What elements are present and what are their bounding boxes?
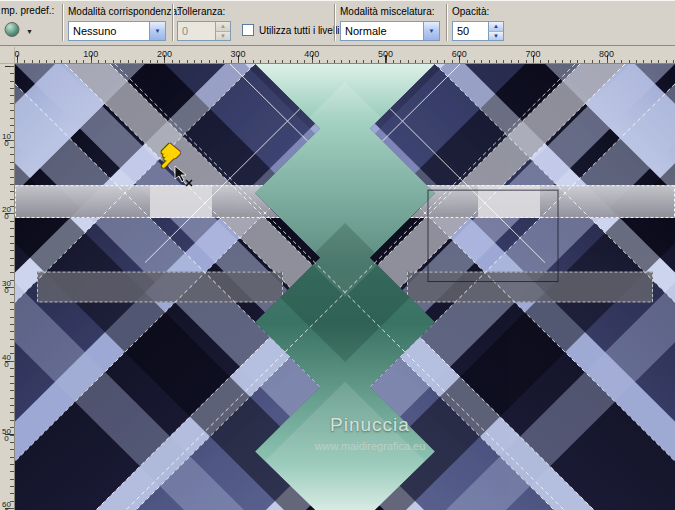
v-ruler-label: 600 [1,501,12,510]
v-ruler-label: 300 [1,280,12,294]
watermark-title: Pinuccia [270,414,470,436]
preset-icon [4,21,22,42]
v-ruler[interactable]: 100200300400500600 [0,64,15,510]
tolerance-spinner: ▲ ▼ [215,22,230,40]
opacity-spinner[interactable]: ▲ ▼ [488,22,503,40]
tool-options-toolbar: mp. predef.: ▼ Modalità corrispondenza: … [0,0,675,46]
h-ruler-label: 800 [599,49,614,59]
toolbar-divider [62,4,64,41]
image-canvas[interactable]: Pinuccia www.maidiregrafica.eu [15,64,675,510]
tolerance-label: Tolleranza: [177,6,225,17]
h-ruler-label: 0 [14,49,19,59]
opacity-label: Opacità: [452,6,489,17]
match-mode-select[interactable]: Nessuno ▼ [68,21,166,41]
crosshair-cursor-icon [173,166,195,188]
h-ruler-label: 400 [304,49,319,59]
preset-dropdown[interactable]: ▼ [2,19,44,43]
blend-mode-value: Normale [345,25,387,37]
h-ruler-label: 100 [83,49,98,59]
v-ruler-label: 400 [1,354,12,368]
app-window: mp. predef.: ▼ Modalità corrispondenza: … [0,0,675,510]
use-all-layers-label: Utilizza tutti i livelli [259,25,340,36]
chevron-down-icon[interactable]: ▼ [149,22,165,40]
preset-label: mp. predef.: [1,5,54,16]
blend-mode-select[interactable]: Normale ▼ [340,21,440,41]
v-ruler-label: 500 [1,428,12,442]
opacity-value: 50 [457,25,469,37]
opacity-input[interactable]: 50 ▲ ▼ [452,21,504,41]
toolbar-divider [172,4,174,41]
chevron-down-icon: ▼ [26,28,33,35]
h-ruler[interactable]: 0100200300400500600700800 [15,47,675,64]
toolbar-divider [334,4,336,41]
match-mode-value: Nessuno [73,25,116,37]
chevron-down-icon[interactable]: ▼ [423,22,439,40]
toolbar-divider [446,4,448,41]
spin-up-icon[interactable]: ▲ [488,22,503,31]
h-ruler-label: 300 [231,49,246,59]
blend-mode-label: Modalità miscelatura: [340,6,434,17]
match-mode-label: Modalità corrispondenza: [68,6,180,17]
h-ruler-label: 700 [525,49,540,59]
v-ruler-label: 100 [1,133,12,147]
tolerance-value: 0 [182,25,188,37]
tolerance-input: 0 ▲ ▼ [177,21,231,41]
spin-down-icon: ▼ [215,31,230,41]
h-ruler-label: 600 [452,49,467,59]
h-ruler-label: 200 [157,49,172,59]
spin-down-icon[interactable]: ▼ [488,31,503,41]
spin-up-icon: ▲ [215,22,230,31]
watermark-url: www.maidiregrafica.eu [270,440,470,452]
h-ruler-label: 500 [378,49,393,59]
v-ruler-label: 200 [1,206,12,220]
ruler-corner [0,47,15,64]
use-all-layers-checkbox[interactable] [242,24,254,36]
